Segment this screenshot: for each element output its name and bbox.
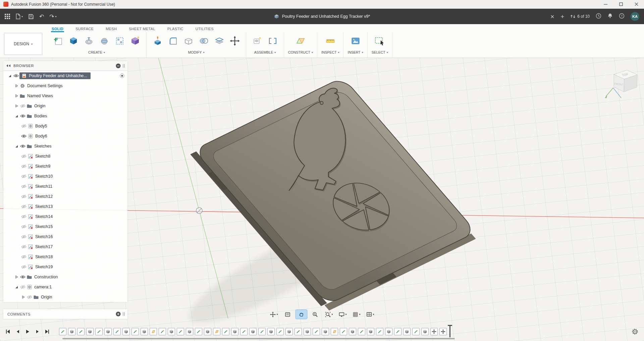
expand-open-icon[interactable] [7,74,12,78]
tab-sheet-metal[interactable]: SHEET METAL [128,27,156,32]
expand-open-icon[interactable] [13,114,19,118]
timeline-feature-extrude-37[interactable] [385,328,392,335]
nav-viewports-button[interactable]: ▾ [365,310,376,319]
browser-row-sketch17[interactable]: Sketch17 [3,242,127,252]
expand-open-icon[interactable] [13,285,19,289]
browser-row-origin[interactable]: Origin [3,292,127,302]
timeline-feature-extrude-17[interactable] [204,328,211,335]
timeline-feature-extrude-33[interactable] [349,328,356,335]
visibility-eye-off-icon[interactable] [20,174,27,178]
nav-grid-display-button[interactable]: ▾ [351,310,362,319]
browser-row-sketch14[interactable]: Sketch14 [3,212,127,222]
pattern-button[interactable] [113,33,127,49]
assemble-menu[interactable]: ASSEMBLE▾ [254,50,276,54]
visibility-eye-off-icon[interactable] [20,245,27,249]
collapse-panel-icon[interactable] [6,64,11,67]
step-back-button[interactable] [15,329,20,334]
skip-to-end-button[interactable] [44,329,50,334]
visibility-eye-off-icon[interactable] [19,104,26,108]
visibility-eye-icon[interactable] [19,144,26,148]
tab-plastic[interactable]: PLASTIC [167,27,184,32]
insert-image-button[interactable] [348,33,363,49]
browser-row-construction[interactable]: Construction [3,272,127,282]
timeline-feature-sketch-34[interactable] [358,328,365,335]
expand-open-icon[interactable] [13,144,19,148]
visibility-eye-off-icon[interactable] [20,164,27,168]
timeline-feature-extrude-39[interactable] [403,328,411,335]
file-menu-button[interactable]: ▾ [15,13,23,19]
nav-display-settings-button[interactable]: ▾ [337,310,348,319]
maximize-button[interactable] [613,0,629,8]
timeline-feature-sketch-36[interactable] [376,328,383,335]
tab-utilities[interactable]: UTILITIES [195,27,214,32]
timeline-feature-extrude-24[interactable] [267,328,275,335]
create-form-button[interactable] [128,33,142,49]
comments-panel[interactable]: COMMENTS [3,309,127,319]
measure-button[interactable] [323,33,337,49]
expand-closed-icon[interactable] [20,295,26,299]
visibility-eye-off-icon[interactable] [20,124,27,128]
add-comment-icon[interactable] [116,311,121,317]
timeline-feature-sketch-1[interactable] [59,328,66,335]
timeline-feature-plane-31[interactable] [331,328,338,335]
new-component-button[interactable] [250,33,264,49]
play-button[interactable] [25,329,30,334]
visibility-eye-off-icon[interactable] [20,265,27,269]
timeline-feature-sketch-7[interactable] [113,328,121,335]
timeline-feature-move-43[interactable] [439,328,447,335]
joint-button[interactable] [266,33,280,49]
visibility-eye-off-icon[interactable] [20,154,27,158]
browser-row-origin[interactable]: Origin [3,101,127,111]
visibility-eye-off-icon[interactable] [20,255,27,259]
step-forward-button[interactable] [35,329,40,334]
visibility-eye-icon[interactable] [19,114,26,118]
create-sketch-button[interactable] [51,33,65,49]
user-avatar[interactable]: KA [631,12,639,21]
visibility-eye-icon[interactable] [20,134,27,138]
browser-row-sketch15[interactable]: Sketch15 [3,222,127,232]
timeline-feature-plane-18[interactable] [213,328,220,335]
visibility-eye-off-icon[interactable] [20,205,27,209]
timeline-feature-sketch-5[interactable] [95,328,103,335]
insert-menu[interactable]: INSERT▾ [347,50,363,54]
redo-button[interactable]: ↷▾ [49,14,56,19]
history-clock-icon[interactable] [596,13,601,20]
visibility-eye-off-icon[interactable] [20,184,27,188]
construct-menu[interactable]: CONSTRUCT▾ [288,50,313,54]
timeline-feature-extrude-22[interactable] [249,328,257,335]
browser-row-sketch16[interactable]: Sketch16 [3,232,127,242]
expand-closed-icon[interactable] [13,94,19,98]
timeline-feature-extrude-10[interactable] [141,328,148,335]
tab-solid[interactable]: SOLID [51,27,64,32]
panel-resize-grip[interactable] [123,64,125,68]
panel-options-icon[interactable] [116,63,121,68]
combine-button[interactable] [197,33,211,49]
visibility-eye-off-icon[interactable] [20,194,27,198]
timeline-feature-sketch-23[interactable] [258,328,266,335]
press-pull-button[interactable] [151,33,165,49]
browser-row-bodies[interactable]: Bodies [3,111,127,121]
expand-closed-icon[interactable] [13,104,19,108]
window-select-button[interactable] [373,33,387,49]
visibility-eye-off-icon[interactable] [20,225,27,229]
browser-row-sketches[interactable]: Sketches [3,141,127,151]
skip-to-start-button[interactable] [5,329,11,334]
browser-row-sketch11[interactable]: Sketch11 [3,181,127,191]
create-menu[interactable]: CREATE▾ [88,50,105,54]
browser-row-sketch18[interactable]: Sketch18 [3,252,127,262]
browser-row-sketch8[interactable]: Sketch8 [3,151,127,161]
timeline-feature-sketch-40[interactable] [412,328,420,335]
timeline-feature-extrude-15[interactable] [186,328,193,335]
timeline-feature-sketch-9[interactable] [131,328,139,335]
visibility-eye-off-icon[interactable] [26,295,33,299]
extrude-button[interactable] [66,33,80,49]
construction-plane-button[interactable] [293,33,308,49]
timeline-feature-sketch-38[interactable] [394,328,401,335]
move-copy-button[interactable] [228,33,242,49]
tab-close-icon[interactable]: ✕ [550,14,555,19]
timeline-feature-sketch-21[interactable] [240,328,248,335]
notifications-bell-icon[interactable] [607,13,613,20]
timeline-feature-plane-11[interactable] [150,328,157,335]
browser-row-sketch9[interactable]: Sketch9 [3,161,127,171]
timeline-feature-sketch-27[interactable] [294,328,302,335]
